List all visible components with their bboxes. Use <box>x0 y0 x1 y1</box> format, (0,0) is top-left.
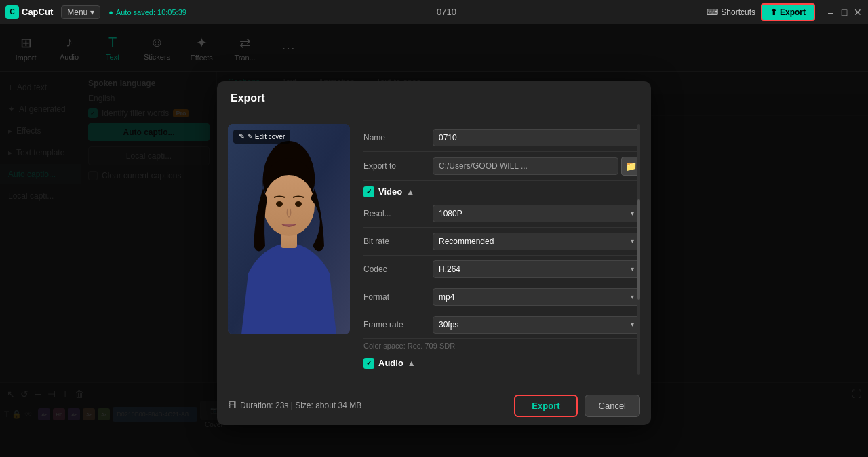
audio-format-row: Format MP3 ▾ <box>363 372 640 375</box>
resolution-label: Resol... <box>363 209 425 218</box>
close-button[interactable]: ✕ <box>853 7 863 17</box>
app-logo: C CapCut <box>5 5 53 19</box>
resolution-value: 1080P <box>439 209 462 218</box>
bitrate-select[interactable]: Recommended ▾ <box>433 233 640 250</box>
name-row: Name <box>363 124 640 152</box>
audio-section-label: Audio <box>378 358 403 368</box>
framerate-label: Frame rate <box>363 320 425 330</box>
svg-point-4 <box>276 201 283 207</box>
footer-actions: Export Cancel <box>514 395 640 417</box>
maximize-button[interactable]: □ <box>840 7 849 17</box>
auto-saved-dot: ● <box>108 8 113 16</box>
person-preview <box>228 124 350 334</box>
bitrate-value: Recommended <box>439 237 494 246</box>
format-arrow-icon: ▾ <box>631 293 634 300</box>
export-modal: Export <box>217 81 651 425</box>
format-value: mp4 <box>439 292 454 302</box>
codec-row: Codec H.264 ▾ <box>363 256 640 283</box>
modal-overlay: Export <box>0 24 868 457</box>
export-path-container: C:/Users/GOOD WILL ... 📁 <box>433 157 640 176</box>
format-label: Format <box>363 292 425 302</box>
shortcuts-button[interactable]: ⌨ Shortcuts <box>707 7 755 17</box>
video-checkbox[interactable]: ✓ <box>363 186 374 197</box>
menu-chevron-icon: ▾ <box>90 7 94 17</box>
window-controls: – □ ✕ <box>826 7 863 17</box>
top-bar: C CapCut Menu ▾ ● Auto saved: 10:05:39 0… <box>0 0 868 24</box>
scrollbar-thumb[interactable] <box>637 199 640 300</box>
duration-text: Duration: 23s | Size: about 34 MB <box>240 401 361 410</box>
resolution-row: Resol... 1080P ▾ <box>363 200 640 228</box>
bitrate-arrow-icon: ▾ <box>631 237 634 245</box>
project-name: 0710 <box>195 7 698 17</box>
modal-body: ✎ ✎ Edit cover Name Export to <box>217 113 651 386</box>
codec-label: Codec <box>363 264 425 274</box>
bitrate-label: Bit rate <box>363 237 425 246</box>
export-top-button[interactable]: ⬆ Export <box>761 3 815 21</box>
audio-toggle-icon[interactable]: ▲ <box>408 359 416 368</box>
app-name: CapCut <box>22 7 53 17</box>
menu-label: Menu <box>67 7 87 17</box>
film-icon: 🎞 <box>228 401 236 410</box>
format-row: Format mp4 ▾ <box>363 283 640 311</box>
format-select[interactable]: mp4 ▾ <box>433 288 640 306</box>
logo-icon: C <box>5 5 19 19</box>
export-top-label: Export <box>780 7 806 17</box>
svg-point-5 <box>295 201 302 207</box>
person-svg <box>228 124 350 334</box>
export-path-input[interactable]: C:/Users/GOOD WILL ... <box>433 157 618 175</box>
video-section-label: Video <box>378 186 402 197</box>
menu-button[interactable]: Menu ▾ <box>61 5 100 19</box>
video-section-header: ✓ Video ▲ <box>363 181 640 200</box>
preview-image: ✎ ✎ Edit cover <box>228 124 350 334</box>
export-to-row: Export to C:/Users/GOOD WILL ... 📁 <box>363 152 640 181</box>
codec-arrow-icon: ▾ <box>631 265 634 273</box>
edit-cover-button[interactable]: ✎ ✎ Edit cover <box>233 130 290 144</box>
name-label: Name <box>363 133 425 142</box>
framerate-select[interactable]: 30fps ▾ <box>433 316 640 334</box>
modal-title: Export <box>231 92 265 104</box>
export-to-label: Export to <box>363 161 425 171</box>
codec-value: H.264 <box>439 264 460 274</box>
folder-icon: 📁 <box>625 161 637 172</box>
auto-saved-text: Auto saved: 10:05:39 <box>116 8 186 16</box>
name-input[interactable] <box>433 129 640 146</box>
top-right-controls: ⌨ Shortcuts ⬆ Export – □ ✕ <box>707 3 863 21</box>
audio-checkbox[interactable]: ✓ <box>363 358 374 369</box>
shortcuts-label: Shortcuts <box>721 7 755 17</box>
export-form: Name Export to C:/Users/GOOD WILL ... 📁 <box>363 124 640 375</box>
bitrate-row: Bit rate Recommended ▾ <box>363 228 640 256</box>
modal-header: Export <box>217 81 651 113</box>
export-icon: ⬆ <box>770 7 777 17</box>
keyboard-icon: ⌨ <box>707 7 718 17</box>
resolution-arrow-icon: ▾ <box>631 210 634 217</box>
scrollbar-track <box>637 124 640 375</box>
export-modal-button[interactable]: Export <box>514 395 577 417</box>
resolution-select[interactable]: 1080P ▾ <box>433 205 640 222</box>
auto-saved-status: ● Auto saved: 10:05:39 <box>108 8 186 16</box>
duration-info: 🎞 Duration: 23s | Size: about 34 MB <box>228 401 361 410</box>
framerate-arrow-icon: ▾ <box>631 321 634 328</box>
video-toggle-icon[interactable]: ▲ <box>406 187 414 197</box>
framerate-value: 30fps <box>439 320 458 330</box>
codec-select[interactable]: H.264 ▾ <box>433 260 640 278</box>
minimize-button[interactable]: – <box>826 7 835 17</box>
color-space-note: Color space: Rec. 709 SDR <box>363 339 640 353</box>
edit-icon: ✎ <box>239 132 245 141</box>
modal-footer: 🎞 Duration: 23s | Size: about 34 MB Expo… <box>217 386 651 425</box>
modal-preview: ✎ ✎ Edit cover <box>228 124 350 375</box>
cancel-button[interactable]: Cancel <box>585 395 640 417</box>
framerate-row: Frame rate 30fps ▾ <box>363 311 640 339</box>
audio-section-header: ✓ Audio ▲ <box>363 353 640 372</box>
